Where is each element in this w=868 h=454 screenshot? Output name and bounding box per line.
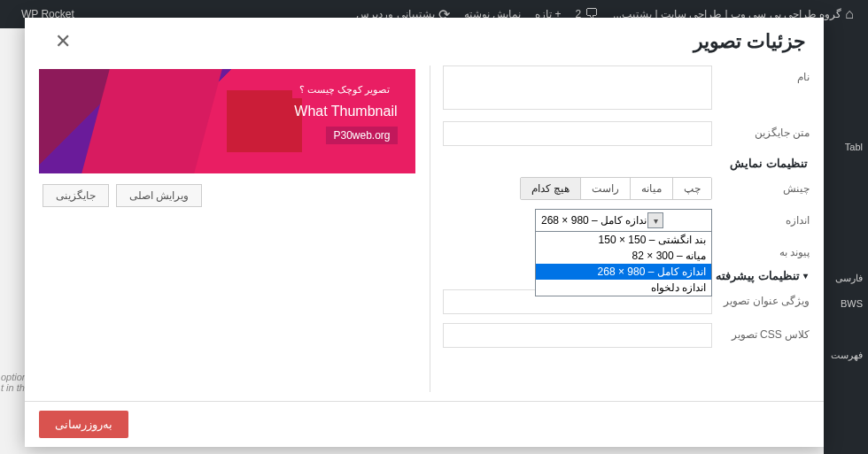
size-selected-text: اندازه کامل – 980 × 268: [541, 214, 649, 227]
admin-sidebar-fragment: Tabl فارسی BWS فهرست: [824, 28, 868, 454]
modal-title: جزئیات تصویر: [694, 30, 806, 53]
size-option-full[interactable]: اندازه کامل – 980 × 268: [536, 264, 711, 280]
align-center-button[interactable]: میانه: [630, 178, 672, 199]
preview-text-3: P30web.org: [326, 127, 397, 144]
chevron-down-icon: ▾: [647, 212, 663, 228]
modal-header: جزئیات تصویر ✕: [25, 18, 824, 65]
replace-button[interactable]: جایگزینی: [43, 184, 109, 207]
link-label: پیوند به: [712, 241, 810, 258]
caption-textarea[interactable]: [443, 65, 713, 110]
size-label: اندازه: [712, 209, 810, 227]
bg-text: option: [1, 372, 27, 382]
update-button[interactable]: به‌روزرسانی: [39, 411, 128, 438]
image-details-modal: جزئیات تصویر ✕ نام متن جایگزین تنظیمات ن…: [25, 18, 824, 447]
size-option-thumbnail[interactable]: بند انگشتی – 150 × 150: [536, 232, 711, 248]
preview-text-1: تصویر کوچک چیست ؟: [292, 81, 397, 98]
bg-text: t in th: [1, 382, 25, 393]
sidebar-item[interactable]: Tabl: [824, 135, 868, 159]
align-label: چینش: [712, 177, 810, 195]
preview-overlay-text: تصویر کوچک چیست ؟ What Thumbnail P30web.…: [292, 81, 397, 144]
sidebar-item[interactable]: فهرست: [824, 342, 868, 368]
alt-label: متن جایگزین: [712, 121, 810, 139]
edit-original-button[interactable]: ویرایش اصلی: [116, 184, 202, 207]
title-attr-label: ویژگی عنوان تصویر: [712, 289, 810, 307]
size-dropdown: بند انگشتی – 150 × 150 میانه – 300 × 82 …: [535, 231, 712, 296]
modal-footer: به‌روزرسانی: [25, 401, 824, 447]
close-icon: ✕: [55, 30, 71, 52]
align-none-button[interactable]: هیچ کدام: [521, 178, 580, 199]
size-select[interactable]: اندازه کامل – 980 × 268 ▾ بند انگشتی – 1…: [535, 209, 712, 232]
preview-text-2: What Thumbnail: [292, 104, 397, 119]
chevron-down-icon: ▾: [803, 271, 808, 281]
css-class-label: کلاس CSS تصویر: [712, 323, 810, 341]
size-option-medium[interactable]: میانه – 300 × 82: [536, 248, 711, 264]
home-icon: ⌂: [845, 6, 854, 22]
sidebar-item[interactable]: فارسی: [824, 265, 868, 291]
align-left-button[interactable]: چپ: [672, 178, 711, 199]
preview-column: تصویر کوچک چیست ؟ What Thumbnail P30web.…: [39, 65, 415, 392]
close-button[interactable]: ✕: [48, 27, 78, 57]
caption-label: نام: [712, 65, 810, 83]
sidebar-item[interactable]: BWS: [824, 291, 868, 316]
align-button-group: چپ میانه راست هیچ کدام: [520, 177, 712, 200]
alt-input[interactable]: [443, 121, 713, 146]
size-option-custom[interactable]: اندازه دلخواه: [536, 280, 711, 296]
display-settings-heading: تنظیمات نمایش: [434, 157, 810, 170]
image-preview: تصویر کوچک چیست ؟ What Thumbnail P30web.…: [39, 69, 415, 173]
settings-column: نام متن جایگزین تنظیمات نمایش چینش چپ می…: [430, 65, 810, 392]
align-right-button[interactable]: راست: [580, 178, 630, 199]
css-class-input[interactable]: [443, 323, 713, 348]
